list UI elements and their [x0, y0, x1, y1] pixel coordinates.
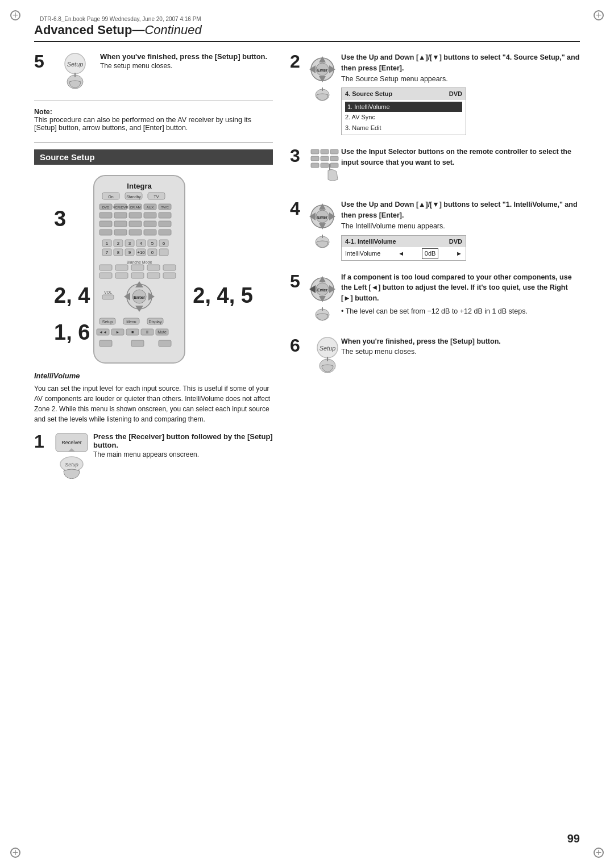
svg-text:2: 2	[117, 241, 120, 246]
svg-text:0: 0	[151, 250, 154, 255]
svg-text:Mute: Mute	[157, 330, 167, 334]
svg-text:Enter: Enter	[134, 295, 145, 300]
svg-text:Blanche Mode: Blanche Mode	[127, 260, 152, 264]
svg-rect-19	[129, 212, 142, 218]
svg-text:Standby: Standby	[126, 195, 141, 199]
menu-item-3: 3. Name Edit	[345, 123, 462, 133]
step-1-left: 1 Receiver Setup	[34, 432, 273, 479]
step-5-top-icon: Setup	[56, 52, 94, 93]
svg-text:Enter: Enter	[317, 215, 327, 219]
svg-text:►: ►	[116, 330, 120, 334]
step-2: 2 Enter	[290, 52, 580, 135]
svg-text:■: ■	[131, 330, 134, 334]
svg-text:Enter: Enter	[317, 288, 327, 292]
svg-text:Integra: Integra	[127, 182, 152, 190]
step-2-menu: 4. Source Setup DVD 1. IntelliVolume 2. …	[341, 87, 466, 135]
step-4-content: Use the Up and Down [▲]/[▼] buttons to s…	[341, 199, 580, 260]
menu-item-1: 1. IntelliVolume	[345, 102, 462, 112]
svg-rect-48	[159, 249, 168, 256]
svg-rect-21	[159, 212, 171, 218]
step-2-icon: Enter	[308, 52, 337, 105]
step-4-icon: Enter	[308, 199, 337, 252]
svg-rect-117	[321, 156, 329, 161]
svg-rect-64	[147, 265, 160, 270]
svg-rect-121	[330, 163, 338, 168]
svg-text:II: II	[146, 330, 148, 334]
step-6-icon: Setup	[308, 336, 337, 377]
step-5-top-number: 5	[34, 52, 50, 70]
rule-1	[34, 101, 273, 101]
intelli-text: You can set the input level for each inp…	[34, 383, 273, 424]
svg-rect-63	[131, 265, 144, 270]
left-right-remote-icon: Enter	[308, 272, 337, 323]
svg-rect-119	[311, 163, 319, 168]
svg-text:◄◄: ◄◄	[99, 330, 107, 334]
svg-text:+10: +10	[137, 250, 145, 255]
step-3: 3	[290, 147, 580, 188]
svg-rect-28	[114, 229, 127, 235]
svg-rect-114	[321, 149, 329, 154]
rule-2	[34, 142, 273, 143]
svg-text:On: On	[108, 195, 113, 199]
corner-mark-tl	[10, 10, 20, 20]
up-down-remote-icon-4: Enter	[308, 199, 337, 251]
svg-text:6: 6	[163, 241, 165, 246]
step-2-content: Use the Up and Down [▲]/[▼] buttons to s…	[341, 52, 580, 135]
svg-rect-27	[99, 229, 112, 235]
svg-text:4: 4	[140, 241, 143, 246]
step-5-bullet: The level can be set from −12 dB to +12 …	[341, 306, 580, 317]
right-column: 2 Enter	[290, 52, 580, 485]
remote-svg: Integra On Standby TV	[77, 173, 225, 366]
setup-button-icon: Setup	[56, 52, 94, 91]
svg-rect-66	[99, 273, 112, 278]
svg-text:AUX: AUX	[147, 206, 154, 209]
svg-rect-22	[99, 221, 112, 227]
svg-rect-25	[144, 221, 156, 227]
step-4: 4 Enter Use	[290, 199, 580, 260]
svg-text:7: 7	[106, 250, 109, 255]
svg-rect-118	[330, 156, 338, 161]
up-down-remote-icon-2: Enter	[308, 52, 337, 103]
svg-rect-115	[330, 149, 338, 154]
file-info: DTR-6.8_En.book Page 99 Wednesday, June …	[40, 16, 201, 22]
svg-rect-79	[102, 295, 114, 299]
page-header: Advanced Setup—Continued	[34, 23, 580, 42]
svg-text:Setup: Setup	[320, 345, 336, 352]
svg-text:Setup: Setup	[102, 320, 113, 324]
menu-item-2: 2. AV Sync	[345, 112, 462, 123]
page-title: Advanced Setup—Continued	[34, 23, 202, 37]
remote-label-3: 3	[54, 207, 66, 231]
svg-rect-65	[163, 265, 176, 270]
svg-rect-61	[99, 265, 112, 270]
intelli-title: IntelliVolume	[34, 372, 273, 380]
svg-rect-23	[114, 221, 127, 227]
page-number: 99	[567, 832, 580, 845]
step-2-menu-body: 1. IntelliVolume 2. AV Sync 3. Name Edit	[342, 100, 466, 135]
svg-rect-70	[163, 273, 176, 278]
note-section: Note: This procedure can also be perform…	[34, 108, 273, 132]
remote-area: 3 2, 4 1, 6 2, 4, 5 Integra On	[34, 173, 273, 366]
intelli-volume-section: IntelliVolume You can set the input leve…	[34, 372, 273, 424]
svg-text:3: 3	[128, 241, 131, 246]
step-3-content: Use the Input Selector buttons on the re…	[341, 147, 580, 168]
setup-button-small-icon: Setup	[55, 455, 89, 479]
svg-rect-68	[131, 273, 144, 278]
svg-rect-62	[115, 265, 128, 270]
step-1-icons: Receiver Setup	[55, 432, 89, 479]
svg-rect-18	[114, 212, 127, 218]
step-1-content: Press the [Receiver] button followed by …	[93, 432, 273, 458]
receiver-button-icon: Receiver	[55, 432, 89, 453]
step-5-right-number: 5	[290, 272, 304, 290]
step-6: 6 Setup When you're finished, press the …	[290, 336, 580, 377]
step-5-right-content: If a component is too loud compared to y…	[341, 272, 580, 317]
svg-text:VCR/DVR: VCR/DVR	[113, 206, 128, 209]
step-4-menu-header: 4-1. IntelliVolume DVD	[342, 236, 466, 248]
svg-rect-120	[321, 163, 329, 168]
svg-rect-69	[147, 273, 160, 278]
svg-rect-116	[311, 156, 319, 161]
remote-container: 3 2, 4 1, 6 2, 4, 5 Integra On	[48, 173, 259, 366]
step-6-number: 6	[290, 336, 304, 354]
svg-text:8: 8	[117, 250, 120, 255]
step-5-right: 5 Enter If a	[290, 272, 580, 325]
svg-text:Display: Display	[149, 320, 162, 324]
